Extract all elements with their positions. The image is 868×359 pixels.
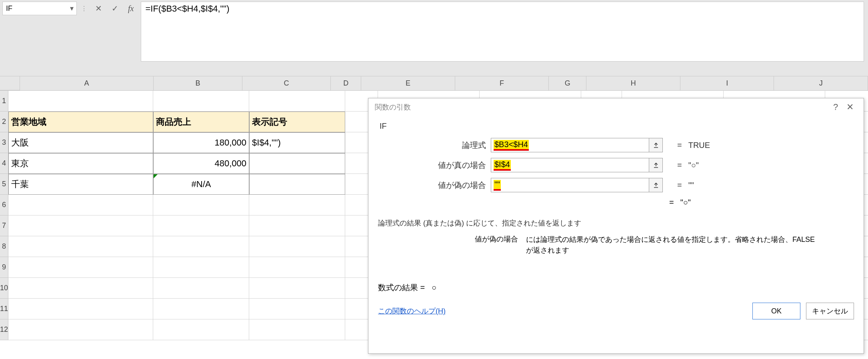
cell-C4[interactable] [249, 153, 345, 174]
help-icon[interactable]: ? [828, 100, 843, 114]
cell-B5[interactable]: #N/A [153, 174, 249, 195]
row-header-6[interactable]: 6 [0, 195, 8, 215]
cell-C7[interactable] [249, 215, 345, 236]
cell-A9[interactable] [8, 257, 153, 278]
formula-bar-buttons: ✕ ✓ fx [91, 2, 138, 15]
row-headers: 123456789101112 [0, 91, 8, 340]
name-box[interactable]: IF ▾ [2, 2, 77, 15]
arg-result: =TRUE [668, 141, 710, 150]
cell-C6[interactable] [249, 195, 345, 215]
ok-button[interactable]: OK [752, 303, 800, 319]
row-header-4[interactable]: 4 [0, 153, 8, 174]
row-header-12[interactable]: 12 [0, 319, 8, 340]
col-header-I[interactable]: I [680, 76, 774, 90]
formula-result: 数式の結果 = ○ [378, 282, 854, 293]
cell-A5[interactable]: 千葉 [8, 174, 153, 195]
arg-result: ="○" [668, 161, 699, 170]
cell-A3[interactable]: 大阪 [8, 132, 153, 153]
cell-C2[interactable]: 表示記号 [249, 112, 345, 132]
cell-A4[interactable]: 東京 [8, 153, 153, 174]
formula-bar: IF ▾ ⋮ ✕ ✓ fx =IF($B3<$H4,$I$4,"") [0, 0, 868, 68]
arg-label: 値が真の場合 [378, 160, 486, 171]
name-box-value: IF [6, 4, 12, 13]
select-all-corner[interactable] [0, 76, 20, 90]
row-header-7[interactable]: 7 [0, 215, 8, 236]
function-arguments-dialog: 関数の引数 ? ✕ IF 論理式$B3<$H4=TRUE値が真の場合$I$4="… [368, 98, 864, 354]
row-header-9[interactable]: 9 [0, 257, 8, 278]
col-header-G[interactable]: G [549, 76, 586, 90]
range-selector-icon[interactable] [649, 138, 662, 152]
cell-C12[interactable] [249, 319, 345, 340]
cell-B7[interactable] [153, 215, 249, 236]
cell-A2[interactable]: 営業地域 [8, 112, 153, 132]
cell-B3[interactable]: 180,000 [153, 132, 249, 153]
cell-C11[interactable] [249, 299, 345, 319]
formula-bar-grip: ⋮ [80, 2, 88, 15]
function-help-link[interactable]: この関数のヘルプ(H) [378, 306, 446, 316]
arg-row-2: 値が偽の場合""="" [378, 178, 854, 192]
cell-C8[interactable] [249, 236, 345, 257]
row-header-5[interactable]: 5 [0, 174, 8, 195]
dialog-footer: この関数のヘルプ(H) OK キャンセル [378, 303, 854, 323]
row-header-10[interactable]: 10 [0, 278, 8, 299]
arg-result: ="" [668, 181, 694, 190]
arg-row-1: 値が真の場合$I$4="○" [378, 158, 854, 172]
col-header-F[interactable]: F [455, 76, 549, 90]
fx-icon[interactable]: fx [128, 4, 134, 13]
overall-result: ="○" [669, 198, 854, 207]
cell-A6[interactable] [8, 195, 153, 215]
cell-C10[interactable] [249, 278, 345, 299]
cell-B8[interactable] [153, 236, 249, 257]
col-header-D[interactable]: D [331, 76, 361, 90]
cell-B9[interactable] [153, 257, 249, 278]
col-header-A[interactable]: A [20, 76, 154, 90]
name-box-dropdown[interactable]: ▾ [68, 3, 76, 14]
row-header-3[interactable]: 3 [0, 132, 8, 153]
dialog-titlebar[interactable]: 関数の引数 ? ✕ [368, 98, 864, 116]
enter-icon[interactable]: ✓ [112, 4, 118, 13]
function-description: 論理式の結果 (真または偽) に応じて、指定された値を返します [378, 218, 854, 228]
cell-C3[interactable]: $I$4,"") [249, 132, 345, 153]
col-header-E[interactable]: E [361, 76, 455, 90]
arg-label: 論理式 [378, 140, 486, 151]
cell-A10[interactable] [8, 278, 153, 299]
cancel-icon[interactable]: ✕ [95, 4, 102, 13]
cell-B11[interactable] [153, 299, 249, 319]
range-selector-icon[interactable] [649, 178, 662, 192]
arg-input[interactable]: $B3<$H4 [491, 138, 663, 152]
arg-input[interactable]: "" [491, 178, 663, 192]
function-name: IF [380, 122, 854, 131]
col-header-H[interactable]: H [586, 76, 680, 90]
close-icon[interactable]: ✕ [843, 100, 857, 114]
row-header-1[interactable]: 1 [0, 91, 8, 112]
col-header-J[interactable]: J [774, 76, 868, 90]
col-header-C[interactable]: C [242, 76, 331, 90]
formula-text: =IF($B3<$H4,$I$4,"") [145, 4, 229, 14]
cell-A7[interactable] [8, 215, 153, 236]
cell-A12[interactable] [8, 319, 153, 340]
cell-A8[interactable] [8, 236, 153, 257]
cell-A1[interactable] [8, 91, 153, 112]
dialog-title: 関数の引数 [375, 102, 411, 112]
cell-C1[interactable] [249, 91, 345, 112]
formula-input[interactable]: =IF($B3<$H4,$I$4,"") [141, 2, 864, 62]
arg-label: 値が偽の場合 [378, 180, 486, 191]
row-header-11[interactable]: 11 [0, 299, 8, 319]
row-header-2[interactable]: 2 [0, 112, 8, 132]
cell-B1[interactable] [153, 91, 249, 112]
row-header-8[interactable]: 8 [0, 236, 8, 257]
cell-B12[interactable] [153, 319, 249, 340]
cell-B10[interactable] [153, 278, 249, 299]
cell-A11[interactable] [8, 299, 153, 319]
cancel-button[interactable]: キャンセル [806, 303, 854, 319]
range-selector-icon[interactable] [649, 158, 662, 172]
cell-B4[interactable]: 480,000 [153, 153, 249, 174]
col-header-B[interactable]: B [154, 76, 242, 90]
arg-input[interactable]: $I$4 [491, 158, 663, 172]
cell-C5[interactable] [249, 174, 345, 195]
argument-help: 値が偽の場合 には論理式の結果が偽であった場合に返される値を指定します。省略され… [462, 234, 854, 256]
cell-B6[interactable] [153, 195, 249, 215]
cell-C9[interactable] [249, 257, 345, 278]
column-headers: ABCDEFGHIJ [0, 76, 868, 91]
cell-B2[interactable]: 商品売上 [153, 112, 249, 132]
